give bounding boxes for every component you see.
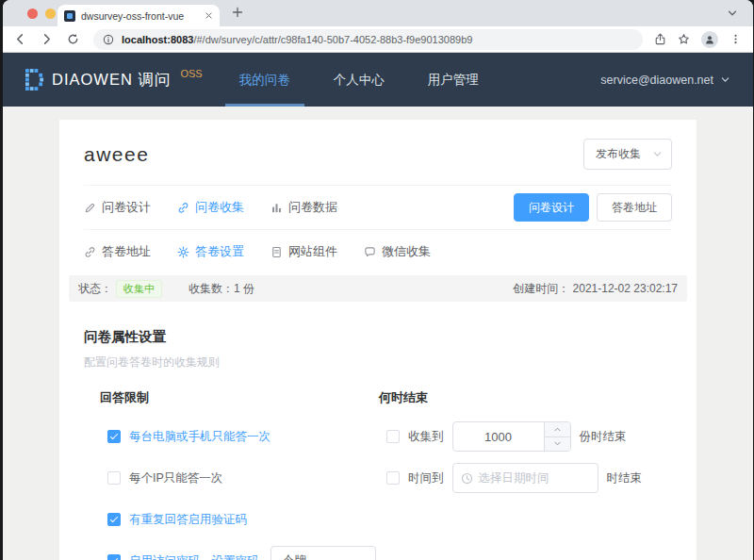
tab-label: 答卷设置 [195,243,244,260]
tab-answer-url[interactable]: 答卷地址 [84,238,151,266]
end-rule-deadline-row: 时间到 选择日期时间 时结束 [379,463,672,493]
reload-button[interactable] [67,33,79,45]
tab-survey-collect[interactable]: 问卷收集 [177,193,244,222]
brand-name: DIAOWEN 调问 [52,70,171,91]
captcha-checkbox[interactable] [107,513,121,526]
survey-design-button[interactable]: 问卷设计 [514,193,589,222]
primary-tab-bar: 问卷设计 问卷收集 问卷数据 问卷设计 答卷地址 [84,185,672,229]
tab-site-widget[interactable]: 网站组件 [270,238,337,266]
link-icon [177,202,189,214]
chat-bubble-icon [364,246,376,258]
tab-label: 微信收集 [382,243,431,260]
link-icon [84,246,96,258]
limit-row-password: 启用访问密码，设置密码 令牌 [100,546,379,560]
tab-close-icon[interactable] [205,11,213,20]
checkbox-label[interactable]: 有重复回答启用验证码 [129,512,247,528]
tab-label: 答卷地址 [102,243,151,260]
diaowen-logo-icon [25,69,44,91]
deadline-suffix: 时结束 [607,470,643,486]
created-value: 2021-12-02 23:02:17 [573,282,678,295]
quota-suffix: 份时结束 [580,429,627,445]
chevron-down-icon [652,149,663,159]
browser-tab[interactable]: dwsurvey-oss-front-vue [57,5,220,26]
tab-label: 问卷数据 [288,199,337,216]
brand-logo[interactable]: DIAOWEN 调问 OSS [25,69,203,91]
deadline-prefix: 时间到 [408,470,444,486]
tab-search-chevron-icon[interactable] [727,8,738,19]
browser-toolbar: localhost:8083/#/dw/survey/c/attr/c98fa1… [3,26,753,53]
browser-window: dwsurvey-oss-front-vue localhost:8083/#/… [3,0,753,560]
count-value: 1 份 [234,281,254,297]
section-subtitle: 配置问卷答卷时的收集规则 [84,354,672,371]
count-label: 收集数： [188,281,234,297]
tab-wechat-collect[interactable]: 微信收集 [364,238,431,266]
checkbox-label[interactable]: 启用访问密码，设置密码 [129,553,259,560]
account-email: service@diaowen.net [600,74,713,87]
settings-form: 回答限制 每台电脑或手机只能答一次 每个IP只能答一次 有重复回答启用验证码 [100,389,672,560]
account-dropdown[interactable]: service@diaowen.net [600,74,730,87]
tab-label: 问卷收集 [195,199,244,216]
profile-avatar[interactable] [701,31,718,48]
browser-menu-icon[interactable] [729,33,742,45]
page-background: aweee 发布收集 问卷设计 问卷收集 问卷数据 [3,107,753,560]
tab-title: dwsurvey-oss-front-vue [81,10,205,22]
bar-chart-icon [270,202,283,214]
status-bar: 状态： 收集中 收集数： 1 份 创建时间： 2021-12-02 23:02:… [69,275,687,302]
survey-title: aweee [84,143,149,166]
chevron-down-icon [720,74,730,85]
minimize-window-button[interactable] [45,8,56,19]
new-tab-button[interactable] [232,7,243,18]
share-icon[interactable] [654,33,666,45]
status-badge: 收集中 [116,280,162,298]
document-icon [270,246,283,258]
app-header: DIAOWEN 调问 OSS 我的问卷 个人中心 用户管理 service@di… [3,53,753,107]
back-button[interactable] [14,33,26,45]
device-once-checkbox[interactable] [107,430,121,443]
site-favicon [64,10,75,22]
deadline-checkbox[interactable] [386,471,400,485]
password-checkbox[interactable] [107,554,121,560]
ip-once-checkbox[interactable] [107,471,121,485]
brand-badge: OSS [180,68,202,79]
answer-url-button[interactable]: 答卷地址 [597,193,672,222]
forward-button[interactable] [41,33,53,45]
publish-select-value: 发布收集 [596,146,641,162]
status-label: 状态： [78,281,112,297]
tab-label: 网站组件 [288,243,337,260]
pencil-icon [84,202,96,214]
spinner-down-button[interactable] [545,437,570,452]
created-label: 创建时间： [513,282,569,295]
publish-collect-select[interactable]: 发布收集 [583,139,672,170]
checkbox-label[interactable]: 每个IP只能答一次 [129,470,222,486]
menu-item-user-management[interactable]: 用户管理 [406,53,500,107]
secondary-tab-bar: 答卷地址 答卷设置 网站组件 微信收集 [84,229,672,273]
tab-survey-design[interactable]: 问卷设计 [84,193,151,222]
checkbox-label[interactable]: 每台电脑或手机只能答一次 [129,429,270,445]
menu-item-personal-center[interactable]: 个人中心 [312,53,406,107]
tab-survey-data[interactable]: 问卷数据 [270,193,337,222]
quota-value[interactable]: 1000 [453,422,544,451]
address-bar[interactable]: localhost:8083/#/dw/survey/c/attr/c98fa1… [93,29,643,50]
datetime-placeholder: 选择日期时间 [479,470,549,486]
password-value: 令牌 [283,552,307,560]
survey-card: aweee 发布收集 问卷设计 问卷收集 问卷数据 [59,120,697,560]
main-menu: 我的问卷 个人中心 用户管理 [218,53,500,107]
number-spinner [544,422,570,451]
menu-item-my-surveys[interactable]: 我的问卷 [218,53,312,107]
password-input[interactable]: 令牌 [270,546,376,560]
quota-prefix: 收集到 [408,429,444,445]
quota-number-input[interactable]: 1000 [452,421,571,452]
quota-checkbox[interactable] [386,430,400,443]
deadline-datetime-input[interactable]: 选择日期时间 [452,463,598,493]
answer-limit-header: 回答限制 [100,389,379,406]
browser-tab-strip: dwsurvey-oss-front-vue [3,0,753,26]
close-window-button[interactable] [27,8,38,19]
bookmark-star-icon[interactable] [678,33,690,45]
tab-answer-settings[interactable]: 答卷设置 [177,238,244,266]
limit-row-captcha: 有重复回答启用验证码 [100,504,379,535]
spinner-up-button[interactable] [545,422,570,437]
site-info-icon[interactable] [103,34,114,45]
clock-icon [461,472,473,485]
page-url[interactable]: localhost:8083/#/dw/survey/c/attr/c98fa1… [122,34,472,45]
end-rule-quota-row: 收集到 1000 份时结束 [379,421,672,452]
